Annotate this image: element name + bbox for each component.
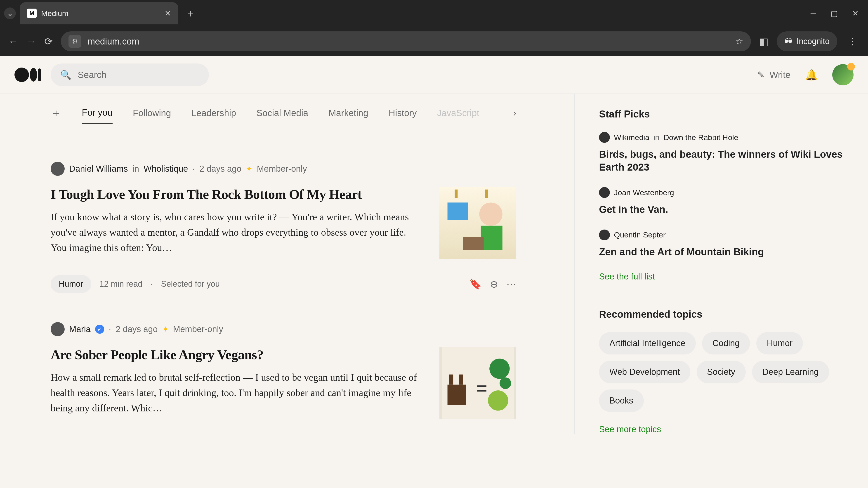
svg-rect-7 <box>447 385 466 405</box>
tab-following[interactable]: Following <box>133 103 171 123</box>
pick-title[interactable]: Zen and the Art of Mountain Biking <box>599 246 849 258</box>
pick-title[interactable]: Birds, bugs, and beauty: The winners of … <box>599 148 849 173</box>
pick-author[interactable]: Wikimedia <box>614 133 649 142</box>
svg-point-12 <box>488 390 508 411</box>
svg-text:=: = <box>476 378 488 399</box>
maximize-icon[interactable]: ▢ <box>831 9 838 18</box>
search-icon: 🔍 <box>60 70 71 80</box>
recommended-topics-heading: Recommended topics <box>599 308 849 320</box>
member-only-label: Member-only <box>173 324 223 334</box>
tabs-scroll-right-icon[interactable]: › <box>513 108 516 118</box>
staff-pick-item: Joan Westenberg Get in the Van. <box>599 187 849 216</box>
address-bar[interactable]: ⚙ medium.com ☆ <box>61 31 751 51</box>
add-topic-button[interactable]: ＋ <box>51 106 61 120</box>
incognito-icon: 🕶 <box>784 37 793 46</box>
topic-chip[interactable]: Society <box>697 361 746 383</box>
see-full-list-link[interactable]: See the full list <box>599 272 849 282</box>
article-title[interactable]: I Tough Love You From The Rock Bottom Of… <box>51 187 421 202</box>
topic-chip[interactable]: Humor <box>756 332 803 355</box>
feed-tabs: ＋ For you Following Leadership Social Me… <box>51 94 516 132</box>
staff-pick-item: Wikimedia in Down the Rabbit Hole Birds,… <box>599 132 849 173</box>
topic-chip[interactable]: Books <box>599 390 644 412</box>
pick-publication[interactable]: Down the Rabbit Hole <box>663 133 738 142</box>
tab-for-you[interactable]: For you <box>82 103 113 124</box>
site-settings-icon[interactable]: ⚙ <box>68 35 81 48</box>
close-window-icon[interactable]: ✕ <box>852 9 859 18</box>
bookmark-star-icon[interactable]: ☆ <box>735 36 743 46</box>
svg-rect-4 <box>455 190 458 198</box>
article-thumbnail[interactable]: = <box>439 347 516 419</box>
tab-history[interactable]: History <box>389 103 416 123</box>
topic-chip[interactable]: Deep Learning <box>752 361 829 383</box>
pick-title[interactable]: Get in the Van. <box>599 203 849 216</box>
staff-picks-heading: Staff Picks <box>599 108 849 120</box>
search-input[interactable]: 🔍 Search <box>51 64 209 86</box>
author-avatar[interactable] <box>51 162 65 176</box>
incognito-label: Incognito <box>797 37 830 46</box>
staff-pick-item: Quentin Septer Zen and the Art of Mounta… <box>599 230 849 258</box>
author-avatar[interactable] <box>599 132 610 143</box>
tab-javascript[interactable]: JavaScript <box>437 103 479 123</box>
member-star-icon: ✦ <box>246 164 252 173</box>
selected-for-you-label: Selected for you <box>161 279 220 289</box>
in-word: in <box>132 164 139 174</box>
tab-leadership[interactable]: Leadership <box>191 103 236 123</box>
article-thumbnail[interactable] <box>439 187 516 259</box>
pick-author[interactable]: Joan Westenberg <box>614 188 674 197</box>
new-tab-button[interactable]: ＋ <box>182 7 198 20</box>
article-excerpt[interactable]: If you know what a story is, who cares h… <box>51 209 421 256</box>
svg-point-11 <box>489 359 510 379</box>
verified-badge-icon: ✓ <box>95 325 104 334</box>
svg-rect-3 <box>463 237 484 250</box>
side-panel-icon[interactable]: ◧ <box>759 36 769 47</box>
back-button[interactable]: ← <box>8 36 18 47</box>
close-tab-icon[interactable]: ✕ <box>164 9 171 18</box>
tab-marketing[interactable]: Marketing <box>329 103 368 123</box>
svg-rect-8 <box>449 375 453 385</box>
svg-rect-0 <box>447 202 468 220</box>
article-excerpt[interactable]: How a small remark led to brutal self-re… <box>51 370 421 416</box>
url-text: medium.com <box>88 36 729 46</box>
reload-button[interactable]: ⟳ <box>44 36 53 47</box>
browser-menu-icon[interactable]: ⋮ <box>845 36 860 46</box>
write-label: Write <box>770 70 790 80</box>
topic-chip[interactable]: Coding <box>702 332 750 355</box>
publication-name[interactable]: Wholistique <box>144 164 188 174</box>
save-icon[interactable]: 🔖 <box>469 278 482 290</box>
write-icon: ✎ <box>757 70 765 80</box>
tab-title: Medium <box>41 9 160 18</box>
read-time: 12 min read <box>99 279 143 289</box>
member-star-icon: ✦ <box>162 325 168 334</box>
topic-chip[interactable]: Artificial Intelligence <box>599 332 696 355</box>
svg-rect-2 <box>481 226 502 250</box>
pick-author[interactable]: Quentin Septer <box>614 230 666 239</box>
topic-chip[interactable]: Web Development <box>599 361 690 383</box>
article-title[interactable]: Are Sober People Like Angry Vegans? <box>51 347 421 363</box>
browser-tab[interactable]: M Medium ✕ <box>20 2 178 24</box>
medium-logo[interactable] <box>14 68 41 82</box>
write-button[interactable]: ✎ Write <box>757 70 790 80</box>
tab-list-dropdown[interactable]: ⌄ <box>4 7 16 19</box>
show-less-icon[interactable]: ⊖ <box>490 278 498 290</box>
minimize-icon[interactable]: ─ <box>811 9 816 18</box>
article-date: 2 days ago <box>199 164 241 174</box>
article-date: 2 days ago <box>116 324 158 334</box>
topic-chip[interactable]: Humor <box>51 275 91 293</box>
member-only-label: Member-only <box>257 164 307 174</box>
profile-avatar[interactable] <box>832 64 854 86</box>
svg-point-1 <box>479 202 502 225</box>
author-name[interactable]: Daniel Williams <box>69 164 128 174</box>
tab-social-media[interactable]: Social Media <box>256 103 308 123</box>
forward-button[interactable]: → <box>26 36 36 47</box>
notifications-icon[interactable]: 🔔 <box>805 69 818 81</box>
author-avatar[interactable] <box>599 230 610 240</box>
svg-rect-5 <box>485 190 488 198</box>
author-name[interactable]: Maria <box>69 324 91 334</box>
incognito-indicator[interactable]: 🕶 Incognito <box>777 31 837 51</box>
article-card: Daniel Williams in Wholistique · 2 days … <box>51 132 516 293</box>
article-card: Maria ✓ · 2 days ago ✦ Member-only Are S… <box>51 293 516 419</box>
see-more-topics-link[interactable]: See more topics <box>599 424 849 434</box>
author-avatar[interactable] <box>51 322 65 336</box>
more-options-icon[interactable]: ⋯ <box>506 278 516 290</box>
author-avatar[interactable] <box>599 187 610 198</box>
